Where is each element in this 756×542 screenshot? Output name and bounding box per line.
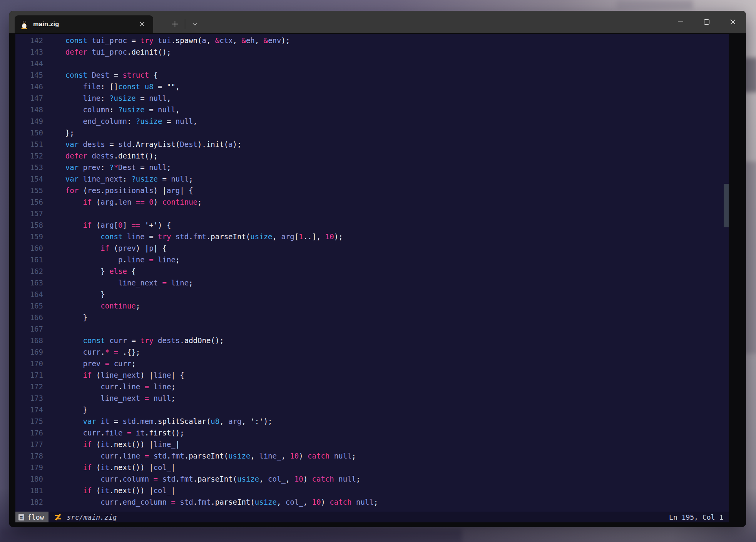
code-line[interactable]: 142 const tui_proc = try tui.spawn(a, &c…: [15, 35, 729, 46]
code-text: const tui_proc = try tui.spawn(a, &ctx, …: [43, 35, 290, 46]
line-number: 169: [15, 346, 43, 358]
code-line[interactable]: 143 defer tui_proc.deinit();: [15, 46, 729, 58]
scrollbar-thumb[interactable]: [724, 184, 729, 227]
code-text: for (res.positionals) |arg| {: [43, 185, 193, 196]
code-line[interactable]: 172 curr.line = line;: [15, 381, 729, 392]
code-line[interactable]: 145 const Dest = struct {: [15, 69, 729, 81]
code-line[interactable]: 176 curr.file = it.first();: [15, 427, 729, 439]
app-name: flow: [27, 513, 44, 521]
code-text: file: []const u8 = "",: [43, 81, 180, 92]
line-number: 168: [15, 335, 43, 346]
tab-dropdown-chevron-icon[interactable]: [187, 15, 202, 33]
window-close-icon[interactable]: [720, 11, 746, 33]
code-line[interactable]: 160 if (prev) |p| {: [15, 242, 729, 254]
code-line[interactable]: 162 } else {: [15, 265, 729, 277]
code-line[interactable]: 161 p.line = line;: [15, 254, 729, 265]
code-text: if (it.next()) |line_|: [43, 439, 180, 450]
code-line[interactable]: 163 line_next = line;: [15, 277, 729, 289]
code-text: }: [43, 289, 105, 300]
code-text: const Dest = struct {: [43, 69, 158, 81]
code-line[interactable]: 154 var line_next: ?usize = null;: [15, 173, 729, 185]
line-number: 163: [15, 277, 43, 289]
code-line[interactable]: 144: [15, 58, 729, 69]
line-number: 179: [15, 462, 43, 473]
line-number: 156: [15, 196, 43, 208]
code-line[interactable]: 170 prev = curr;: [15, 358, 729, 369]
code-text: curr.end_column = std.fmt.parseInt(usize…: [43, 496, 378, 508]
line-number: 147: [15, 92, 43, 104]
code-line[interactable]: 153 var prev: ?*Dest = null;: [15, 162, 729, 173]
code-text: p.line = line;: [43, 254, 180, 265]
code-line[interactable]: 181 if (it.next()) |col_|: [15, 485, 729, 496]
statusbar-file-path[interactable]: src/main.zig: [67, 513, 117, 521]
statusbar: ≡ flow src/main.zig Ln 195, Col 1: [15, 512, 729, 522]
line-number: 176: [15, 427, 43, 439]
statusbar-cursor-position[interactable]: Ln 195, Col 1: [669, 513, 723, 521]
minimize-icon[interactable]: [667, 11, 694, 33]
flow-editor[interactable]: 142 const tui_proc = try tui.spawn(a, &c…: [15, 34, 729, 522]
code-line[interactable]: 149 end_column: ?usize = null,: [15, 115, 729, 127]
code-line[interactable]: 182 curr.end_column = std.fmt.parseInt(u…: [15, 496, 729, 508]
code-text: if (it.next()) |col_|: [43, 485, 176, 496]
code-text: var dests = std.ArrayList(Dest).init(a);: [43, 138, 241, 150]
line-number: 158: [15, 219, 43, 231]
line-number: 148: [15, 104, 43, 115]
tab-main-zig[interactable]: main.zig: [15, 15, 153, 33]
code-line[interactable]: 178 curr.line = std.fmt.parseInt(usize, …: [15, 450, 729, 462]
code-text: const line = try std.fmt.parseInt(usize,…: [43, 231, 343, 242]
code-text: prev = curr;: [43, 358, 136, 369]
code-line[interactable]: 168 const curr = try dests.addOne();: [15, 335, 729, 346]
code-line[interactable]: 150 };: [15, 127, 729, 138]
code-line[interactable]: 147 line: ?usize = null,: [15, 92, 729, 104]
code-line[interactable]: 159 const line = try std.fmt.parseInt(us…: [15, 231, 729, 242]
code-text: line: ?usize = null,: [43, 92, 171, 104]
code-text: curr.column = std.fmt.parseInt(usize, co…: [43, 473, 360, 485]
line-number: 154: [15, 173, 43, 185]
line-number: 182: [15, 496, 43, 508]
code-text: defer dests.deinit();: [43, 150, 158, 162]
code-line[interactable]: 171 if (line_next) |line| {: [15, 369, 729, 381]
code-line[interactable]: 179 if (it.next()) |col_|: [15, 462, 729, 473]
code-text: } else {: [43, 265, 136, 277]
code-line[interactable]: 180 curr.column = std.fmt.parseInt(usize…: [15, 473, 729, 485]
code-text: line_next = line;: [43, 277, 193, 289]
new-tab-icon[interactable]: [166, 15, 183, 33]
code-line[interactable]: 157: [15, 208, 729, 219]
code-line[interactable]: 146 file: []const u8 = "",: [15, 81, 729, 92]
code-text: if (arg.len == 0) continue;: [43, 196, 202, 208]
code-line[interactable]: 156 if (arg.len == 0) continue;: [15, 196, 729, 208]
code-text: if (prev) |p| {: [43, 242, 167, 254]
code-line[interactable]: 155 for (res.positionals) |arg| {: [15, 185, 729, 196]
code-line[interactable]: 173 line_next = null;: [15, 392, 729, 404]
code-line[interactable]: 148 column: ?usize = null,: [15, 104, 729, 115]
code-text: defer tui_proc.deinit();: [43, 46, 171, 58]
code-line[interactable]: 158 if (arg[0] == '+') {: [15, 219, 729, 231]
code-line[interactable]: 169 curr.* = .{};: [15, 346, 729, 358]
line-number: 170: [15, 358, 43, 369]
statusbar-app-chip[interactable]: ≡ flow: [15, 512, 49, 522]
code-line[interactable]: 177 if (it.next()) |line_|: [15, 439, 729, 450]
code-line[interactable]: 166 }: [15, 312, 729, 323]
maximize-icon[interactable]: [694, 11, 720, 33]
line-number: 162: [15, 265, 43, 277]
code-line[interactable]: 167: [15, 323, 729, 335]
tab-close-icon[interactable]: [136, 18, 148, 30]
code-text: [43, 323, 48, 335]
code-text: [43, 208, 48, 219]
code-text: if (it.next()) |col_|: [43, 462, 176, 473]
code-line[interactable]: 175 var it = std.mem.splitScalar(u8, arg…: [15, 415, 729, 427]
code-text: if (line_next) |line| {: [43, 369, 184, 381]
code-line[interactable]: 164 }: [15, 289, 729, 300]
code-text: column: ?usize = null,: [43, 104, 180, 115]
code-line[interactable]: 165 continue;: [15, 300, 729, 312]
code-area[interactable]: 142 const tui_proc = try tui.spawn(a, &c…: [15, 34, 729, 512]
code-text: }: [43, 404, 87, 415]
code-line[interactable]: 151 var dests = std.ArrayList(Dest).init…: [15, 138, 729, 150]
code-line[interactable]: 152 defer dests.deinit();: [15, 150, 729, 162]
code-line[interactable]: 174 }: [15, 404, 729, 415]
terminal-content: 142 const tui_proc = try tui.spawn(a, &c…: [9, 33, 746, 527]
line-number: 178: [15, 450, 43, 462]
line-number: 160: [15, 242, 43, 254]
line-number: 145: [15, 69, 43, 81]
code-text: curr.line = std.fmt.parseInt(usize, line…: [43, 450, 356, 462]
